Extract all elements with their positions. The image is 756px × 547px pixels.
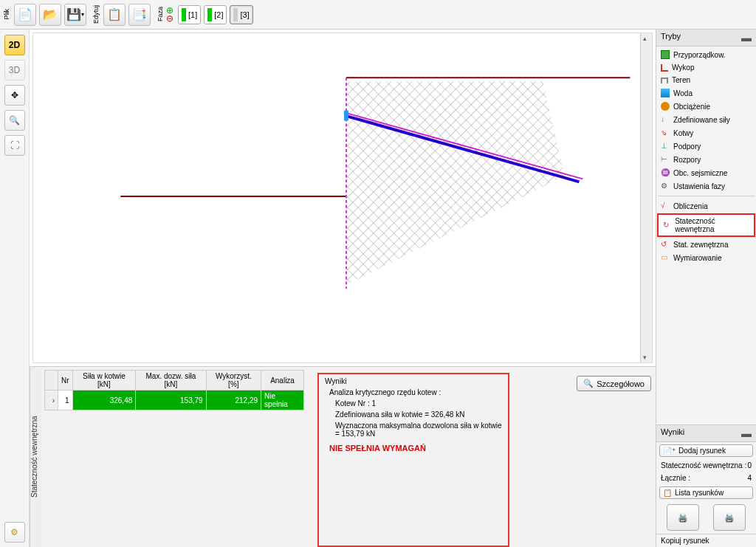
col-max[interactable]: Max. dozw. siła [kN] (136, 371, 206, 391)
move-icon: ✥ (11, 90, 18, 100)
pan-button[interactable]: ✥ (4, 85, 25, 106)
svg-marker-3 (346, 81, 565, 285)
save-file-button[interactable]: 💾▾ (64, 4, 86, 26)
list-icon: 📋 (663, 489, 672, 497)
mode-supports[interactable]: ⊥Podpory (656, 140, 756, 153)
print-button[interactable]: 🖨️ (667, 504, 699, 531)
copy-drawing-label: Kopiuj rysunek (661, 537, 709, 545)
file-label: Plik (3, 9, 10, 20)
col-analiza[interactable]: Analiza (261, 371, 304, 391)
mode-external-stability[interactable]: ↺Stat. zewnętrzna (656, 238, 756, 251)
floppy-disk-icon: 💾 (66, 7, 81, 21)
panel-vertical-label: Stateczność wewnętrzna (30, 367, 41, 547)
printer-icon: 🖨️ (678, 513, 688, 523)
mode-anchors[interactable]: ⇘Kotwy (656, 126, 756, 140)
left-toolbar: 2D 3D ✥ 🔍 ⛶ ⚙ (0, 30, 30, 547)
view-3d-button[interactable]: 3D (4, 60, 25, 80)
printer-color-icon: 🖨️ (724, 513, 735, 523)
phase-1-button[interactable]: [1] (178, 5, 201, 24)
phase-3-button[interactable]: [3] (230, 5, 252, 24)
table-row[interactable]: › 1 326,48 153,79 212,29 Nie spełnia (45, 391, 304, 410)
right-sidebar: Tryby ▬ Przyporządkow. Wykop Teren Woda … (656, 30, 756, 547)
results-summary-box: Wyniki Analiza krytycznego rzędu kotew :… (317, 373, 509, 547)
paste-button[interactable]: 📑 (128, 4, 151, 26)
add-drawing-button[interactable]: 📄⁺ Dodaj rysunek (659, 444, 753, 457)
minimize-panel-icon[interactable]: ▬ (741, 32, 752, 44)
results-fail-text: NIE SPEŁNIA WYMAGAŃ (329, 444, 502, 453)
paste-icon: 📑 (132, 7, 147, 21)
fit-view-button[interactable]: ⛶ (4, 135, 25, 156)
settings-button[interactable]: ⚙ (4, 522, 25, 543)
new-file-button[interactable]: 📄 (14, 4, 36, 26)
mode-load[interactable]: Obciążenie (656, 100, 756, 113)
magnifier-icon: 🔍 (583, 379, 594, 388)
folder-open-icon: 📂 (43, 7, 58, 21)
mode-terrain[interactable]: Teren (656, 74, 756, 86)
view-2d-button[interactable]: 2D (4, 35, 25, 55)
zoom-area-button[interactable]: 🔍 (4, 110, 25, 131)
blank-page-icon: 📄 (18, 7, 32, 21)
drawing-list-button[interactable]: 📋 Lista rysunków (659, 486, 753, 499)
svg-rect-9 (344, 111, 348, 121)
mode-internal-stability[interactable]: ↻Stateczność wewnętrzna (657, 213, 755, 237)
results-panel-title: Wyniki ▬ (656, 425, 756, 442)
copy-button[interactable]: 📋 (103, 4, 126, 26)
remove-phase-button[interactable]: ⊖ (166, 15, 173, 23)
col-nr[interactable]: Nr (58, 371, 73, 391)
mode-excavation[interactable]: Wykop (656, 61, 756, 74)
mode-phase-settings[interactable]: ⚙Ustawienia fazy (656, 179, 756, 193)
open-file-button[interactable]: 📂 (39, 4, 61, 26)
col-wyk[interactable]: Wykorzyst. [%] (206, 371, 261, 391)
canvas-scrollbar[interactable] (640, 33, 652, 362)
copy-icon: 📋 (107, 7, 122, 21)
details-button[interactable]: 🔍 Szczegółowo (577, 376, 651, 391)
modes-panel-title: Tryby ▬ (656, 30, 756, 47)
mode-struts[interactable]: ⊢Rozpory (656, 153, 756, 166)
edit-label: Edytuj (92, 5, 100, 24)
add-page-icon: 📄⁺ (663, 447, 676, 455)
col-sila[interactable]: Siła w kotwie [kN] (72, 371, 136, 391)
gear-icon: ⚙ (10, 527, 18, 537)
mode-assignment[interactable]: Przyporządkow. (656, 48, 756, 61)
print-color-button[interactable]: 🖨️ (713, 504, 746, 531)
fit-icon: ⛶ (10, 140, 19, 151)
mode-forces[interactable]: ↓Zdefiniowane siły (656, 113, 756, 126)
zoom-rect-icon: 🔍 (9, 115, 20, 125)
diagram-svg (33, 33, 652, 362)
mode-water[interactable]: Woda (656, 86, 756, 100)
mode-calculations[interactable]: √Obliczenia (656, 199, 756, 213)
mode-seismic[interactable]: ♒Obc. sejsmiczne (656, 166, 756, 179)
phase-label: Faza (157, 7, 164, 21)
bottom-panel: Stateczność wewnętrzna Nr Siła w kotwie … (30, 366, 656, 547)
mode-dimensioning[interactable]: ▭Wymiarowanie (656, 251, 756, 264)
main-toolbar: Plik 📄 📂 💾▾ Edytuj 📋 📑 Faza ⊕ ⊖ [1] [2] … (0, 0, 756, 30)
minimize-results-icon[interactable]: ▬ (741, 427, 752, 439)
anchors-table: Nr Siła w kotwie [kN] Max. dozw. siła [k… (44, 370, 304, 410)
drawing-canvas[interactable] (32, 32, 653, 363)
results-title: Wyniki (325, 377, 502, 385)
phase-2-button[interactable]: [2] (204, 5, 227, 24)
